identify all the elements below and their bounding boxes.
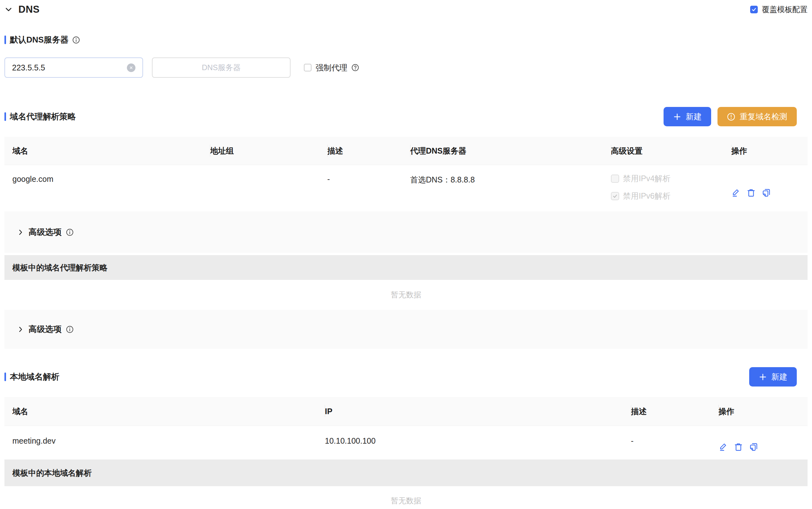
column-header-domain: 域名: [4, 397, 325, 426]
info-icon[interactable]: [72, 36, 80, 44]
default-dns-title-text: 默认DNS服务器: [10, 34, 69, 45]
delete-icon[interactable]: [734, 442, 743, 451]
default-dns-section-title: 默认DNS服务器: [4, 34, 808, 45]
secondary-dns-placeholder: DNS服务器: [202, 63, 241, 73]
question-icon[interactable]: [351, 64, 359, 71]
column-header-ip: IP: [325, 397, 631, 426]
cell-description: -: [327, 165, 410, 211]
copy-icon[interactable]: [762, 188, 771, 197]
clear-input-icon[interactable]: [127, 64, 135, 72]
local-dns-section-title: 本地域名解析: [4, 371, 59, 382]
cell-description: -: [631, 426, 718, 457]
chevron-right-icon: [17, 229, 24, 236]
force-proxy-checkbox[interactable]: [304, 64, 312, 71]
local-dns-section-header: 本地域名解析 新建: [4, 367, 808, 386]
copy-icon[interactable]: [749, 442, 758, 451]
check-icon: [751, 7, 756, 12]
proxy-policy-table-header: 域名 地址组 描述 代理DNS服务器 高级设置 操作: [4, 137, 808, 165]
table-row: meeting.dev 10.10.100.100 -: [4, 426, 808, 457]
override-template-label: 覆盖模板配置: [762, 4, 808, 14]
force-proxy-label: 强制代理: [316, 63, 347, 73]
disable-ipv6-checkbox: [611, 192, 619, 200]
cell-advanced-settings: 禁用IPv4解析 禁用IPv6解析: [611, 165, 732, 211]
page-title: DNS: [19, 4, 40, 15]
new-local-dns-button[interactable]: 新建: [749, 367, 797, 386]
template-proxy-policy-label: 模板中的域名代理解析策略: [12, 263, 108, 273]
advanced-options-toggle-1[interactable]: 高级选项: [4, 211, 808, 253]
cell-domain: meeting.dev: [4, 426, 325, 457]
template-local-dns-band: 模板中的本地域名解析: [4, 460, 808, 486]
cell-actions: [718, 426, 808, 457]
column-header-actions: 操作: [731, 137, 808, 165]
column-header-description: 描述: [327, 137, 410, 165]
chevron-right-icon: [17, 326, 24, 333]
dns-section-header: DNS 覆盖模板配置: [4, 0, 808, 16]
edit-icon[interactable]: [731, 188, 741, 197]
local-dns-table-header: 域名 IP 描述 操作: [4, 397, 808, 426]
duplicate-domain-check-button[interactable]: 重复域名检测: [717, 107, 797, 126]
local-dns-title-text: 本地域名解析: [10, 371, 59, 382]
new-local-dns-label: 新建: [771, 372, 787, 382]
force-proxy-toggle[interactable]: 强制代理: [304, 63, 359, 73]
info-icon[interactable]: [66, 326, 74, 333]
new-proxy-policy-button[interactable]: 新建: [664, 107, 711, 126]
dns-servers-input-row: 223.5.5.5 DNS服务器 强制代理: [4, 58, 808, 78]
disable-ipv6-label: 禁用IPv6解析: [623, 191, 671, 201]
column-header-proxy-dns: 代理DNS服务器: [410, 137, 611, 165]
disable-ipv6-toggle: 禁用IPv6解析: [611, 191, 732, 201]
local-dns-table: 域名 IP 描述 操作 meeting.dev 10.10.100.100 -: [4, 397, 808, 457]
disable-ipv4-label: 禁用IPv4解析: [623, 173, 671, 184]
proxy-policy-table: 域名 地址组 描述 代理DNS服务器 高级设置 操作 google.com - …: [4, 137, 808, 211]
table-row: google.com - 首选DNS：8.8.8.8 禁用IPv4解析 禁用IP…: [4, 165, 808, 211]
chevron-down-icon: [4, 5, 13, 14]
override-template-checkbox[interactable]: [750, 6, 758, 13]
column-header-actions: 操作: [718, 397, 808, 426]
empty-data-text: 暂无数据: [4, 280, 808, 310]
dns-settings-page: DNS 覆盖模板配置 默认DNS服务器 223.5.5.5 DNS服务器 强制代…: [0, 0, 812, 509]
column-header-address-group: 地址组: [210, 137, 327, 165]
cell-proxy-dns: 首选DNS：8.8.8.8: [410, 165, 611, 211]
duplicate-domain-check-label: 重复域名检测: [740, 111, 787, 122]
cell-address-group: [210, 165, 327, 211]
section-accent-bar: [4, 36, 6, 44]
advanced-options-toggle-2[interactable]: 高级选项: [4, 310, 808, 349]
empty-data-text: 暂无数据: [4, 486, 808, 509]
cell-actions: [731, 165, 808, 211]
check-icon: [612, 194, 617, 199]
template-local-dns-label: 模板中的本地域名解析: [12, 468, 92, 478]
cell-domain: google.com: [4, 165, 210, 211]
primary-dns-value: 223.5.5.5: [12, 63, 45, 72]
template-proxy-policy-band: 模板中的域名代理解析策略: [4, 255, 808, 280]
proxy-policy-section-title: 域名代理解析策略: [4, 111, 76, 122]
primary-dns-input[interactable]: 223.5.5.5: [4, 58, 143, 78]
plus-icon: [759, 373, 767, 381]
column-header-domain: 域名: [4, 137, 210, 165]
edit-icon[interactable]: [718, 442, 728, 451]
column-header-description: 描述: [631, 397, 718, 426]
plus-icon: [673, 113, 681, 121]
proxy-policy-title-text: 域名代理解析策略: [10, 111, 76, 122]
disable-ipv4-toggle: 禁用IPv4解析: [611, 173, 732, 184]
override-template-toggle[interactable]: 覆盖模板配置: [750, 4, 808, 14]
alert-circle-icon: [727, 113, 735, 121]
section-accent-bar: [4, 112, 6, 121]
secondary-dns-input[interactable]: DNS服务器: [152, 58, 290, 78]
advanced-options-label: 高级选项: [29, 324, 62, 335]
cell-ip: 10.10.100.100: [325, 426, 631, 457]
proxy-policy-section-header: 域名代理解析策略 新建 重复域名检测: [4, 107, 808, 126]
dns-collapse-toggle[interactable]: DNS: [4, 4, 40, 15]
disable-ipv4-checkbox: [611, 174, 619, 183]
section-accent-bar: [4, 373, 6, 381]
info-icon[interactable]: [66, 229, 74, 236]
column-header-advanced: 高级设置: [611, 137, 732, 165]
delete-icon[interactable]: [746, 188, 756, 197]
advanced-options-label: 高级选项: [29, 227, 62, 238]
new-proxy-policy-label: 新建: [686, 111, 702, 122]
